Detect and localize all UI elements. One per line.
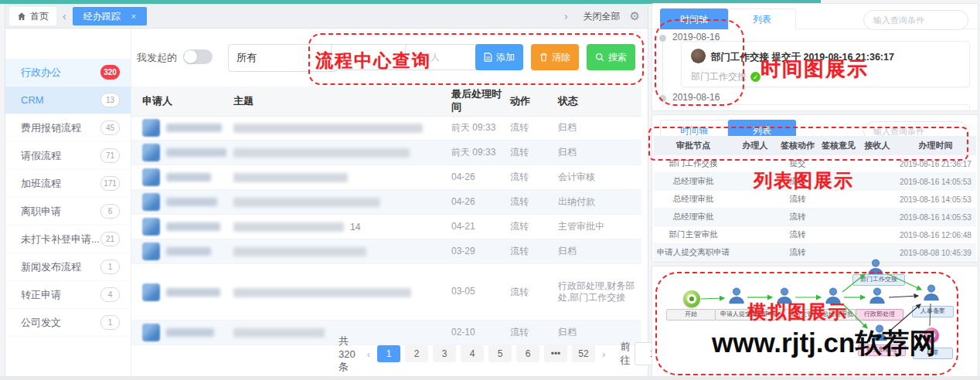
- approval-node: 总经理审批: [654, 194, 733, 205]
- row-status: 行政部处理,财务部处,部门工作交接: [558, 280, 635, 304]
- subject-blurred: [233, 247, 366, 256]
- sidebar-item[interactable]: 行政办公 320: [5, 59, 131, 87]
- row-action: 流转: [510, 220, 558, 233]
- approval-node: 申请人提交离职申请: [654, 247, 733, 258]
- page-next-icon[interactable]: ›: [600, 348, 607, 360]
- approval-row[interactable]: 总经理审批 流转 2019-08-16 14:05:53: [654, 191, 976, 209]
- search-icon: [595, 53, 604, 62]
- page-button[interactable]: 2: [405, 345, 428, 362]
- sidebar-item[interactable]: 公司发文 1: [5, 309, 131, 337]
- approval-node: 部门主管审批: [654, 229, 733, 240]
- annotation-flow-label: 模拟图展示: [747, 300, 848, 324]
- add-button[interactable]: 添加: [475, 44, 523, 70]
- col-applicant: 申请人: [131, 94, 233, 108]
- approval-node: 部门工作交接: [654, 158, 733, 169]
- sidebar-item-label: 转正申请: [21, 288, 61, 302]
- tab-active[interactable]: 经办跟踪 ×: [73, 7, 147, 25]
- count-badge: 71: [100, 148, 120, 163]
- applicant-avatar: [142, 283, 160, 301]
- tab-timeline[interactable]: 时间轴: [660, 8, 728, 29]
- type-filter-value: 所有: [236, 51, 257, 65]
- sidebar-item[interactable]: 加班流程 171: [5, 170, 131, 198]
- page-prev-icon[interactable]: ‹: [365, 348, 373, 360]
- count-badge: 4: [100, 287, 120, 302]
- table-row[interactable]: 03-29 流转 归档: [131, 239, 641, 264]
- approval-action: 流转: [778, 229, 818, 240]
- pagination: 共 320 条 ‹ 123456•••52 › 前往 页: [339, 341, 641, 367]
- my-initiated-toggle[interactable]: [183, 49, 213, 64]
- list-search-input[interactable]: [864, 127, 978, 136]
- tab-home[interactable]: 首页: [9, 7, 56, 25]
- row-time: 前天 09:33: [451, 147, 510, 159]
- tab-list[interactable]: 列表: [728, 8, 796, 29]
- sidebar-item[interactable]: 离职申请 6: [5, 198, 131, 226]
- sidebar-item[interactable]: 费用报销流程 45: [5, 114, 131, 142]
- approval-table-header: 审批节点 办理人 签核动作 签核意见 接收人 办理时间: [654, 136, 976, 155]
- page-button[interactable]: 5: [488, 345, 512, 362]
- chevron-left-icon[interactable]: ‹: [63, 10, 66, 22]
- timeline-search-input[interactable]: [864, 15, 978, 25]
- page-button[interactable]: •••: [544, 345, 567, 362]
- table-row[interactable]: 04-26 流转 会计审核: [131, 165, 641, 190]
- row-status: 出纳付款: [558, 196, 635, 208]
- col-last-time: 最后处理时间: [451, 88, 510, 114]
- row-status: 归档: [558, 122, 635, 134]
- page-button[interactable]: 4: [461, 345, 484, 362]
- tab-bar: 首页 ‹ 经办跟踪 × › 关闭全部 ⚙: [5, 5, 648, 29]
- sidebar-item[interactable]: 转正申请 4: [5, 281, 131, 309]
- table-row[interactable]: 04-26 流转 出纳付款: [131, 190, 641, 215]
- count-badge: 21: [100, 232, 120, 246]
- approval-action: 流转: [778, 212, 818, 222]
- close-all-button[interactable]: 关闭全部: [584, 10, 621, 23]
- goto-label: 前往: [620, 340, 630, 368]
- page-button[interactable]: 52: [572, 345, 595, 362]
- table-row[interactable]: 前天 09:33 流转 归档: [131, 141, 641, 165]
- count-badge: 13: [100, 93, 120, 107]
- applicant-name-blurred: [166, 173, 211, 182]
- applicant-name-blurred: [166, 288, 220, 297]
- table-body: 前天 09:33 流转 归档 前天 09:33 流转 归档 04-26 流转 会…: [131, 116, 641, 345]
- table-row[interactable]: 14 04-21 流转 主管审批中: [131, 215, 641, 239]
- timeline-search[interactable]: [863, 10, 968, 30]
- applicant-avatar: [142, 168, 160, 186]
- row-time: 04-26: [451, 196, 510, 209]
- table-header: 申请人 主题 最后处理时间 动作 状态: [131, 87, 641, 117]
- sidebar-item[interactable]: CRM 13: [5, 87, 131, 114]
- row-time: 02-10: [451, 327, 510, 339]
- chevron-right-icon[interactable]: ›: [564, 10, 568, 22]
- approval-row[interactable]: 申请人提交离职申请 流转 2019-08-08 10:45:39: [654, 244, 976, 262]
- sidebar-item[interactable]: 请假流程 71: [5, 142, 131, 170]
- row-action: 流转: [510, 286, 558, 299]
- timeline-card-partial: [681, 104, 970, 111]
- subject-suffix: 14: [350, 222, 360, 232]
- applicant-name-blurred: [166, 124, 222, 132]
- table-row[interactable]: 前天 09:33 流转 归档: [131, 116, 641, 141]
- sidebar-item-label: 公司发文: [21, 316, 61, 330]
- sidebar-item[interactable]: 未打卡补登申请... 21: [5, 226, 131, 253]
- approval-time: 2019-08-16 14:05:53: [895, 195, 976, 204]
- approval-time: 2019-08-16 12:06:48: [895, 231, 976, 239]
- sidebar-item-label: 未打卡补登申请...: [21, 232, 100, 246]
- table-row[interactable]: 03-05 流转 行政部处理,财务部处,部门工作交接: [131, 264, 641, 321]
- approval-row[interactable]: 总经理审批 流转 2019-08-16 14:05:53: [654, 209, 976, 226]
- col-subject: 主题: [233, 94, 451, 108]
- approval-action: 提交: [778, 158, 818, 169]
- page-button[interactable]: 6: [516, 345, 539, 362]
- row-time: 04-26: [451, 171, 510, 184]
- close-tab-icon[interactable]: ×: [131, 12, 136, 21]
- sidebar-item[interactable]: 新闻发布流程 1: [5, 253, 131, 281]
- annotation-timeline-label: 时间图展示: [761, 56, 869, 83]
- page-button[interactable]: 3: [433, 345, 456, 362]
- row-action: 流转: [510, 195, 558, 209]
- applicant-avatar: [142, 119, 160, 137]
- sidebar-item-label: 行政办公: [21, 66, 61, 80]
- row-status: 主管审批中: [558, 221, 635, 232]
- sidebar-item-label: 请假流程: [21, 149, 61, 163]
- clear-button[interactable]: 清除: [531, 44, 579, 70]
- subject-blurred: [233, 222, 344, 232]
- timeline-entry-subtitle: 部门工作交接: [691, 70, 747, 83]
- gear-icon[interactable]: ⚙: [630, 9, 640, 23]
- page-button[interactable]: 1: [377, 345, 400, 362]
- search-button[interactable]: 搜索: [587, 44, 635, 70]
- approval-row[interactable]: 部门主管审批 流转 2019-08-16 12:06:48: [654, 226, 976, 244]
